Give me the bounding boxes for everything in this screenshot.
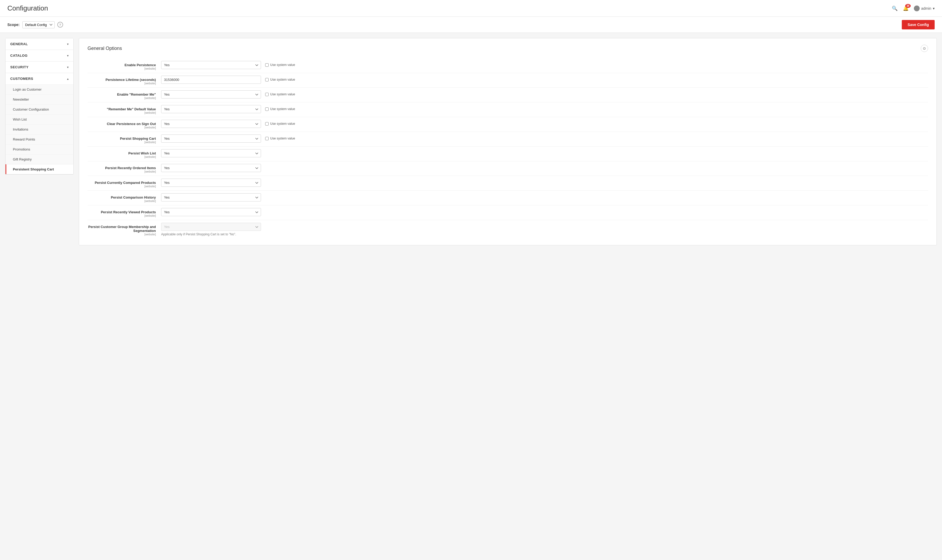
control-inner-persist-recently-ordered: YesNo: [161, 164, 261, 172]
select-persist-recently-ordered[interactable]: YesNo: [161, 164, 261, 172]
notifications-button[interactable]: 🔔 38: [903, 6, 909, 11]
form-row-enable-remember-me: Enable "Remember Me"[website]YesNo Use s…: [88, 88, 928, 102]
field-label-persist-currently-compared: Persist Currently Compared Products: [88, 181, 156, 185]
form-row-persistence-lifetime: Persistence Lifetime (seconds)[website] …: [88, 73, 928, 88]
form-row-persist-recently-ordered: Persist Recently Ordered Items[website]Y…: [88, 161, 928, 176]
chevron-down-icon: ▾: [933, 6, 935, 11]
use-system-value-clear-persistence-signout[interactable]: Use system value: [265, 122, 295, 126]
field-sublabel-enable-remember-me: [website]: [88, 96, 156, 100]
control-col-persist-recently-ordered: YesNo: [161, 164, 928, 172]
sidebar-item-persistent-shopping-cart[interactable]: Persistent Shopping Cart: [6, 164, 73, 174]
input-persistence-lifetime[interactable]: [161, 75, 261, 84]
control-col-persist-comparison-history: YesNo: [161, 193, 928, 202]
sidebar-item-customer-configuration[interactable]: Customer Configuration: [6, 104, 73, 114]
control-inner-persist-wish-list: YesNo: [161, 149, 261, 157]
collapse-icon[interactable]: ⊙: [921, 45, 928, 52]
control-inner-enable-persistence: YesNo: [161, 61, 261, 69]
field-label-persist-comparison-history: Persist Comparison History: [88, 195, 156, 199]
sidebar-item-newsletter[interactable]: Newsletter: [6, 94, 73, 104]
page-title: Configuration: [7, 4, 48, 12]
label-col-enable-persistence: Enable Persistence[website]: [88, 61, 161, 70]
form-row-persist-shopping-cart: Persist Shopping Cart[website]YesNo Use …: [88, 132, 928, 146]
label-col-clear-persistence-signout: Clear Persistence on Sign Out[website]: [88, 120, 161, 129]
control-inner-clear-persistence-signout: YesNo: [161, 120, 261, 128]
use-system-value-label: Use system value: [270, 122, 295, 126]
select-persist-currently-compared[interactable]: YesNo: [161, 178, 261, 187]
scope-label: Scope:: [7, 23, 20, 27]
checkbox-use-system-clear-persistence-signout[interactable]: [265, 122, 268, 126]
label-col-persist-recently-ordered: Persist Recently Ordered Items[website]: [88, 164, 161, 173]
control-col-persist-currently-compared: YesNo: [161, 178, 928, 187]
sidebar-section-general: GENERAL ▾: [6, 38, 73, 50]
checkbox-use-system-persist-shopping-cart[interactable]: [265, 137, 268, 140]
use-system-value-persist-shopping-cart[interactable]: Use system value: [265, 137, 295, 140]
search-button[interactable]: 🔍: [892, 6, 897, 11]
section-title: General Options: [88, 46, 122, 51]
use-system-value-label: Use system value: [270, 137, 295, 140]
label-col-enable-remember-me: Enable "Remember Me"[website]: [88, 90, 161, 100]
sidebar-section-header-customers[interactable]: CUSTOMERS ▴: [6, 73, 73, 84]
use-system-value-enable-persistence[interactable]: Use system value: [265, 63, 295, 67]
control-col-persist-recently-viewed: YesNo: [161, 208, 928, 216]
form-row-remember-me-default: "Remember Me" Default Value[website]YesN…: [88, 102, 928, 117]
field-sublabel-persist-customer-group: [website]: [88, 233, 156, 236]
save-config-button[interactable]: Save Config: [902, 20, 935, 29]
field-label-persist-recently-viewed: Persist Recently Viewed Products: [88, 210, 156, 214]
chevron-down-icon: ▾: [67, 65, 69, 69]
field-sublabel-persist-wish-list: [website]: [88, 155, 156, 158]
sidebar-item-wish-list[interactable]: Wish List: [6, 114, 73, 124]
help-icon[interactable]: ?: [57, 22, 63, 28]
sidebar-section-title-security: SECURITY: [10, 65, 29, 69]
field-sublabel-persistence-lifetime: [website]: [88, 82, 156, 85]
field-note-persist-customer-group: Applicable only if Persist Shopping Cart…: [161, 232, 261, 236]
sidebar-section-header-general[interactable]: GENERAL ▾: [6, 38, 73, 50]
sidebar-item-login-as-customer[interactable]: Login as Customer: [6, 84, 73, 94]
field-label-persist-customer-group: Persist Customer Group Membership and Se…: [88, 225, 156, 233]
select-enable-persistence[interactable]: YesNo: [161, 61, 261, 69]
checkbox-use-system-remember-me-default[interactable]: [265, 108, 268, 111]
field-sublabel-remember-me-default: [website]: [88, 111, 156, 114]
content-area: General Options ⊙ Enable Persistence[web…: [79, 38, 937, 245]
label-col-persist-shopping-cart: Persist Shopping Cart[website]: [88, 134, 161, 144]
control-col-persistence-lifetime: Use system value: [161, 75, 928, 84]
select-persist-shopping-cart[interactable]: YesNo: [161, 134, 261, 143]
sidebar-section-title-customers: CUSTOMERS: [10, 77, 33, 81]
checkbox-use-system-persistence-lifetime[interactable]: [265, 78, 268, 82]
sidebar-item-invitations[interactable]: Invitations: [6, 124, 73, 134]
control-inner-remember-me-default: YesNo: [161, 105, 261, 113]
header-actions: 🔍 🔔 38 admin ▾: [892, 6, 935, 11]
control-col-persist-wish-list: YesNo: [161, 149, 928, 157]
use-system-value-label: Use system value: [270, 107, 295, 111]
scope-left: Scope: Default Config ?: [7, 21, 63, 28]
sidebar-item-reward-points[interactable]: Reward Points: [6, 134, 73, 144]
sidebar-section-header-security[interactable]: SECURITY ▾: [6, 62, 73, 73]
sidebar-section-header-catalog[interactable]: CATALOG ▾: [6, 50, 73, 61]
scope-select[interactable]: Default Config: [22, 21, 55, 28]
admin-menu-button[interactable]: admin ▾: [914, 6, 935, 11]
checkbox-use-system-enable-persistence[interactable]: [265, 63, 268, 67]
sidebar-section-title-catalog: CATALOG: [10, 54, 28, 57]
select-persist-customer-group[interactable]: YesNo: [161, 223, 261, 231]
field-sublabel-persist-recently-ordered: [website]: [88, 170, 156, 173]
sidebar-item-gift-registry[interactable]: Gift Registry: [6, 154, 73, 164]
use-system-value-enable-remember-me[interactable]: Use system value: [265, 92, 295, 96]
chevron-down-icon: ▾: [67, 54, 69, 57]
form-row-enable-persistence: Enable Persistence[website]YesNo Use sys…: [88, 58, 928, 73]
select-clear-persistence-signout[interactable]: YesNo: [161, 120, 261, 128]
use-system-value-remember-me-default[interactable]: Use system value: [265, 107, 295, 111]
sidebar-item-promotions[interactable]: Promotions: [6, 144, 73, 154]
field-sublabel-persist-recently-viewed: [website]: [88, 214, 156, 217]
control-inner-persist-recently-viewed: YesNo: [161, 208, 261, 216]
customers-sub-items: Login as Customer Newsletter Customer Co…: [6, 84, 73, 174]
use-system-value-persistence-lifetime[interactable]: Use system value: [265, 78, 295, 82]
select-persist-wish-list[interactable]: YesNo: [161, 149, 261, 157]
label-col-persist-currently-compared: Persist Currently Compared Products[webs…: [88, 178, 161, 188]
select-persist-comparison-history[interactable]: YesNo: [161, 193, 261, 202]
form-row-persist-wish-list: Persist Wish List[website]YesNo: [88, 146, 928, 161]
checkbox-use-system-enable-remember-me[interactable]: [265, 93, 268, 96]
select-persist-recently-viewed[interactable]: YesNo: [161, 208, 261, 216]
select-remember-me-default[interactable]: YesNo: [161, 105, 261, 113]
form-row-persist-customer-group: Persist Customer Group Membership and Se…: [88, 220, 928, 239]
select-enable-remember-me[interactable]: YesNo: [161, 90, 261, 98]
control-inner-persist-customer-group: YesNoApplicable only if Persist Shopping…: [161, 223, 261, 236]
